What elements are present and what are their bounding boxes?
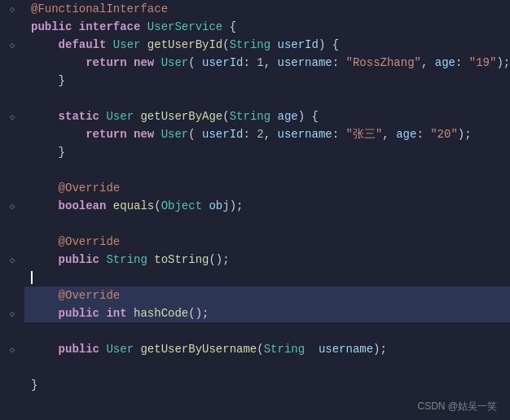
code-token: age bbox=[277, 110, 297, 123]
code-token: , bbox=[264, 128, 278, 141]
code-token: getUserById bbox=[147, 38, 222, 51]
code-token: : bbox=[416, 128, 430, 141]
code-token: userId bbox=[202, 128, 243, 141]
code-token: User bbox=[106, 110, 140, 123]
code-line: public interface UserService { bbox=[24, 18, 510, 36]
code-token: ( bbox=[257, 343, 263, 356]
code-token bbox=[31, 289, 59, 302]
code-token: "RossZhang" bbox=[346, 56, 421, 69]
code-token: ( bbox=[222, 38, 229, 51]
code-token: interface bbox=[79, 20, 147, 33]
code-token bbox=[31, 128, 86, 141]
code-token: obj bbox=[209, 199, 229, 212]
code-line: } bbox=[24, 376, 510, 394]
gutter-icon bbox=[7, 269, 18, 287]
code-token: username bbox=[311, 343, 373, 356]
code-token bbox=[31, 307, 59, 320]
code-token: username bbox=[278, 56, 332, 69]
code-token: , bbox=[421, 56, 435, 69]
code-line bbox=[24, 215, 510, 233]
code-token: public bbox=[59, 307, 107, 320]
code-line: public int hashCode(); bbox=[24, 304, 510, 322]
gutter-icon bbox=[7, 376, 18, 394]
code-token: : bbox=[455, 56, 469, 69]
code-token: } bbox=[31, 74, 65, 87]
code-token: return bbox=[86, 128, 134, 141]
code-token: { bbox=[222, 20, 236, 33]
code-token: User bbox=[161, 128, 189, 141]
gutter-icon bbox=[7, 233, 18, 251]
code-token: } bbox=[31, 378, 37, 392]
code-token: String bbox=[106, 253, 154, 266]
code-token: (); bbox=[188, 307, 209, 320]
gutter-icon bbox=[7, 125, 18, 143]
code-token: @Override bbox=[59, 289, 121, 302]
code-line bbox=[24, 269, 510, 287]
code-area[interactable]: CSDN @姑吴一笑 @FunctionalInterfacepublic in… bbox=[24, 0, 510, 420]
code-token: : bbox=[332, 128, 346, 141]
code-line: return new User( userId: 2, username: "张… bbox=[24, 125, 510, 143]
code-line bbox=[24, 358, 510, 376]
code-token: 1 bbox=[257, 56, 263, 69]
gutter-icon: ◇ bbox=[7, 304, 18, 322]
code-token: : bbox=[332, 56, 346, 69]
gutter-icon bbox=[7, 179, 18, 197]
code-token: toString bbox=[154, 253, 209, 266]
code-line bbox=[24, 90, 510, 107]
code-line: } bbox=[24, 72, 510, 90]
code-token: int bbox=[106, 307, 134, 320]
watermark: CSDN @姑吴一笑 bbox=[417, 400, 497, 413]
code-token: static bbox=[59, 110, 107, 123]
code-token: return bbox=[86, 56, 134, 69]
code-line: public User getUserByUsername(String use… bbox=[24, 340, 510, 358]
code-line: return new User( userId: 1, username: "R… bbox=[24, 54, 510, 72]
code-token bbox=[31, 343, 59, 356]
text-cursor bbox=[31, 271, 33, 284]
gutter-icon: ◇ bbox=[7, 36, 18, 54]
gutter-icon bbox=[7, 54, 18, 72]
code-token: default bbox=[59, 38, 113, 51]
gutter-icon bbox=[7, 18, 18, 36]
code-token: , bbox=[382, 128, 396, 141]
gutter-icon: ◇ bbox=[7, 197, 18, 215]
code-token: : bbox=[243, 128, 257, 141]
code-token: age bbox=[396, 128, 416, 141]
code-token: userId bbox=[202, 56, 243, 69]
code-token: User bbox=[106, 343, 140, 356]
code-line bbox=[24, 322, 510, 340]
code-token: new bbox=[134, 128, 161, 141]
code-token: "张三" bbox=[346, 127, 383, 142]
gutter-icon bbox=[7, 72, 18, 90]
gutter-icon bbox=[7, 161, 18, 179]
code-line: public String toString(); bbox=[24, 251, 510, 269]
code-token: Object bbox=[161, 199, 209, 212]
code-token: "19" bbox=[469, 56, 497, 69]
code-token bbox=[31, 56, 86, 69]
code-token: ( bbox=[222, 110, 229, 123]
code-token: ); bbox=[373, 343, 387, 356]
code-line: @Override bbox=[24, 233, 510, 251]
gutter-icon: ◇ bbox=[7, 340, 18, 358]
code-line: boolean equals(Object obj); bbox=[24, 197, 510, 215]
code-token bbox=[31, 235, 59, 248]
code-token: username bbox=[278, 128, 332, 141]
code-token: getUserByAge bbox=[140, 110, 222, 123]
code-token: (); bbox=[209, 253, 229, 266]
code-token: "20" bbox=[430, 128, 458, 141]
code-token bbox=[31, 38, 59, 51]
gutter-icon bbox=[7, 322, 18, 340]
line-gutter: ◇◇◇◇◇◇◇ bbox=[0, 0, 24, 420]
code-token bbox=[31, 253, 59, 266]
code-token: User bbox=[161, 56, 189, 69]
code-token: public bbox=[59, 343, 107, 356]
code-token: : bbox=[243, 56, 257, 69]
code-line: @FunctionalInterface bbox=[24, 0, 510, 18]
code-line: } bbox=[24, 143, 510, 161]
code-token: 2 bbox=[257, 128, 263, 141]
code-token: , bbox=[264, 56, 278, 69]
code-token bbox=[31, 199, 59, 212]
code-token: new bbox=[134, 56, 161, 69]
gutter-icon bbox=[7, 287, 18, 304]
code-token: @Override bbox=[59, 235, 121, 248]
code-token: @FunctionalInterface bbox=[31, 2, 168, 15]
